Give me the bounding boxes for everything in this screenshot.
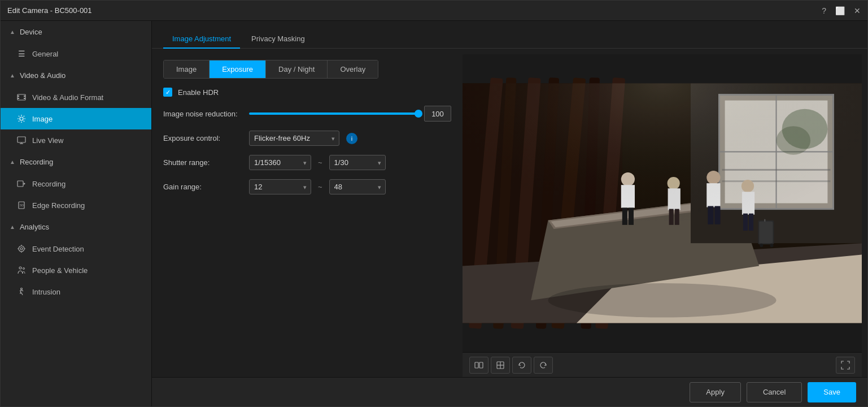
sidebar-item-video-audio-format-label: Video & Audio Format xyxy=(32,93,103,102)
sidebar-item-edge-recording-label: Edge Recording xyxy=(32,201,85,210)
main-window: Edit Camera - BC500-001 ? ⬜ ✕ ▲ Device ☰… xyxy=(0,0,868,407)
sidebar: ▲ Device ☰ General ▲ Video & Audio xyxy=(1,21,152,406)
noise-reduction-value: 100 xyxy=(424,106,451,122)
sub-tab-overlay[interactable]: Overlay xyxy=(328,60,378,78)
noise-reduction-slider[interactable] xyxy=(249,112,418,115)
rotate-left-button[interactable] xyxy=(512,357,531,374)
caret-analytics: ▲ xyxy=(10,224,15,230)
close-button[interactable]: ✕ xyxy=(854,6,861,15)
sub-tab-exposure[interactable]: Exposure xyxy=(210,60,266,78)
sidebar-item-general[interactable]: ☰ General xyxy=(1,43,151,64)
noise-reduction-label: Image noise reduction: xyxy=(163,110,242,118)
title-bar: Edit Camera - BC500-001 ? ⬜ ✕ xyxy=(1,1,867,21)
sidebar-item-event-detection[interactable]: Event Detection xyxy=(1,238,151,259)
gain-min-select[interactable]: 12 0 6 18 xyxy=(249,179,311,194)
window-title: Edit Camera - BC500-001 xyxy=(7,6,92,15)
sidebar-item-image[interactable]: Image xyxy=(1,108,151,129)
enable-hdr-checkbox[interactable] xyxy=(163,88,172,97)
sidebar-item-video-audio-format[interactable]: Video & Audio Format xyxy=(1,86,151,108)
target-icon xyxy=(16,244,27,254)
sidebar-section-device[interactable]: ▲ Device xyxy=(1,21,151,43)
footer: Apply Cancel Save xyxy=(152,377,867,406)
save-button[interactable]: Save xyxy=(808,382,856,402)
svg-line-10 xyxy=(19,116,19,116)
sun-icon xyxy=(16,114,27,124)
svg-rect-3 xyxy=(24,96,25,97)
noise-reduction-thumb[interactable] xyxy=(415,110,422,118)
lobby-scene xyxy=(463,54,862,352)
sidebar-item-live-view-label: Live View xyxy=(32,136,63,145)
sidebar-item-intrusion-label: Intrusion xyxy=(32,288,60,296)
help-button[interactable]: ? xyxy=(822,6,826,15)
sidebar-item-edge-recording[interactable]: SD Edge Recording xyxy=(1,194,151,216)
list-icon: ☰ xyxy=(16,49,27,59)
sidebar-section-video-audio[interactable]: ▲ Video & Audio xyxy=(1,64,151,86)
sidebar-item-people-vehicle[interactable]: People & Vehicle xyxy=(1,259,151,281)
svg-rect-4 xyxy=(24,98,25,99)
panel-body: Image Exposure Day / Night Overlay xyxy=(152,49,867,377)
sidebar-section-analytics[interactable]: ▲ Analytics xyxy=(1,216,151,238)
shutter-max-dropdown-wrapper: 1/30 1/25 1/15 xyxy=(329,155,386,170)
people-icon xyxy=(16,265,27,275)
sidebar-item-recording[interactable]: Recording xyxy=(1,173,151,194)
svg-rect-77 xyxy=(463,83,862,323)
svg-line-13 xyxy=(19,121,19,122)
tab-privacy-masking[interactable]: Privacy Masking xyxy=(242,30,314,49)
rotate-right-button[interactable] xyxy=(534,357,553,374)
svg-rect-79 xyxy=(479,362,483,368)
noise-reduction-row: Image noise reduction: 100 xyxy=(163,106,451,122)
gain-range-row: Gain range: 12 0 6 18 ~ xyxy=(163,179,451,194)
caret-video-audio: ▲ xyxy=(10,72,15,79)
shutter-max-select[interactable]: 1/30 1/25 1/15 xyxy=(329,155,386,170)
title-bar-left: Edit Camera - BC500-001 xyxy=(7,6,92,15)
preview-toolbar xyxy=(463,352,862,377)
shutter-tilde: ~ xyxy=(318,158,322,167)
svg-point-22 xyxy=(20,248,23,250)
svg-text:SD: SD xyxy=(20,204,24,207)
apply-button[interactable]: Apply xyxy=(690,382,741,402)
svg-rect-78 xyxy=(475,362,478,368)
enable-hdr-label: Enable HDR xyxy=(178,88,219,97)
tab-image-adjustment[interactable]: Image Adjustment xyxy=(163,30,240,49)
film-icon xyxy=(16,92,27,102)
exposure-control-select[interactable]: Flicker-free 60Hz Flicker-free 50Hz Auto… xyxy=(249,131,339,146)
walk-icon xyxy=(16,287,27,297)
exposure-info-icon[interactable]: i xyxy=(346,133,357,144)
sidebar-item-event-detection-label: Event Detection xyxy=(32,245,84,253)
sub-tab-image[interactable]: Image xyxy=(164,60,210,78)
minimize-button[interactable]: ⬜ xyxy=(835,6,845,15)
sub-tabs: Image Exposure Day / Night Overlay xyxy=(163,60,378,79)
svg-point-5 xyxy=(20,117,23,120)
shutter-range-label: Shutter range: xyxy=(163,158,242,167)
main-panel: Image Adjustment Privacy Masking Image E… xyxy=(152,21,867,406)
svg-line-12 xyxy=(24,116,24,116)
camera-preview xyxy=(463,49,867,377)
svg-point-29 xyxy=(21,288,23,290)
caret-device: ▲ xyxy=(10,29,15,35)
gain-min-dropdown-wrapper: 12 0 6 18 xyxy=(249,179,311,194)
svg-rect-1 xyxy=(18,96,19,97)
svg-marker-18 xyxy=(24,183,25,185)
sidebar-item-image-label: Image xyxy=(32,115,53,123)
gain-max-select[interactable]: 48 24 36 60 xyxy=(329,179,386,194)
enable-hdr-row: Enable HDR xyxy=(163,88,451,97)
sidebar-item-intrusion[interactable]: Intrusion xyxy=(1,281,151,302)
exposure-control-dropdown-wrapper: Flicker-free 60Hz Flicker-free 50Hz Auto… xyxy=(249,131,339,146)
split-view-button[interactable] xyxy=(469,357,488,374)
exposure-control-label: Exposure control: xyxy=(163,134,242,142)
fullscreen-button[interactable] xyxy=(836,357,855,374)
sidebar-item-general-label: General xyxy=(32,50,58,58)
svg-point-28 xyxy=(23,268,25,270)
settings-panel: Image Exposure Day / Night Overlay xyxy=(152,49,463,377)
content-area: ▲ Device ☰ General ▲ Video & Audio xyxy=(1,21,867,406)
sidebar-section-video-audio-label: Video & Audio xyxy=(20,71,66,80)
gain-range-label: Gain range: xyxy=(163,183,242,191)
sd-icon: SD xyxy=(16,200,27,210)
monitor-icon xyxy=(16,135,27,145)
sidebar-section-recording[interactable]: ▲ Recording xyxy=(1,151,151,173)
shutter-min-select[interactable]: 1/15360 1/8000 1/4000 xyxy=(249,155,311,170)
grid-view-button[interactable] xyxy=(491,357,510,374)
sub-tab-day-night[interactable]: Day / Night xyxy=(266,60,328,78)
sidebar-item-live-view[interactable]: Live View xyxy=(1,129,151,151)
cancel-button[interactable]: Cancel xyxy=(747,382,802,402)
